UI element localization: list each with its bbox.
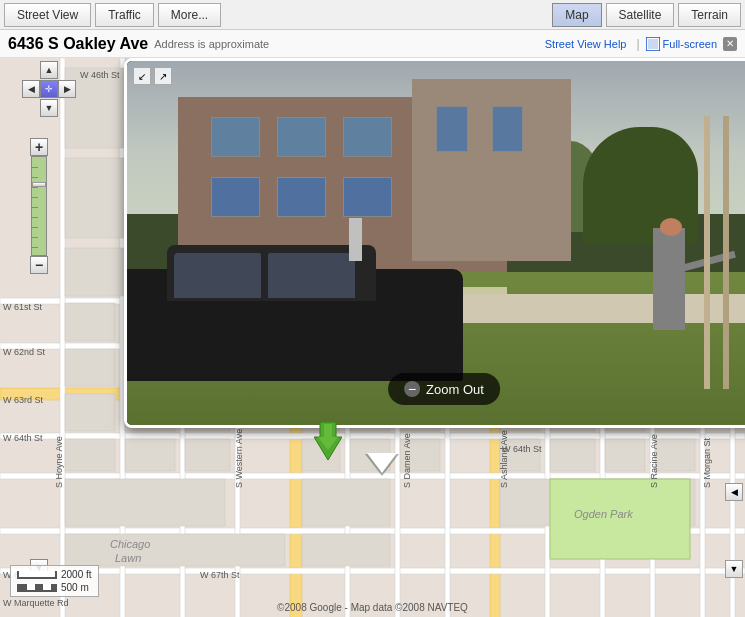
sv-person2 — [349, 218, 362, 262]
zoom-tick — [32, 197, 38, 198]
svg-text:Chicago: Chicago — [110, 538, 150, 550]
sv-person-head — [660, 218, 682, 236]
scale-bar-metric — [17, 584, 57, 592]
close-button[interactable]: ✕ — [723, 37, 737, 51]
zoom-tick — [32, 237, 38, 238]
zoom-controls: + − — [30, 138, 48, 274]
street-view-panel: ↙ ↗ − Zoom Out — [124, 58, 745, 428]
pan-down-button[interactable]: ▼ — [40, 99, 58, 117]
scale-500m: 500 m — [61, 582, 89, 593]
svg-text:Lawn: Lawn — [115, 552, 141, 564]
sv-window6 — [343, 177, 392, 217]
sv-pole — [704, 116, 710, 389]
street-address: 6436 S Oakley Ave — [8, 35, 148, 53]
pan-left-button[interactable]: ◀ — [22, 80, 40, 98]
zoom-slider-track[interactable] — [31, 156, 47, 256]
terrain-button[interactable]: Terrain — [678, 3, 741, 27]
svg-rect-53 — [65, 479, 225, 526]
sv-car-window-rear — [268, 253, 355, 298]
copyright-text: ©2008 Google - Map data ©2008 NAVTEQ — [277, 602, 468, 613]
fullscreen-link[interactable]: Full-screen — [663, 38, 717, 50]
sv-pole2 — [723, 116, 729, 389]
sv-window5 — [277, 177, 326, 217]
scale-2000ft: 2000 ft — [61, 569, 92, 580]
map-button[interactable]: Map — [552, 3, 601, 27]
address-bar: 6436 S Oakley Ave Address is approximate… — [0, 30, 745, 58]
sv-car-container — [127, 221, 463, 381]
svg-text:Ogden Park: Ogden Park — [574, 508, 633, 520]
satellite-button[interactable]: Satellite — [606, 3, 675, 27]
street-view-button[interactable]: Street View — [4, 3, 91, 27]
zoom-tick — [32, 167, 38, 168]
right-arrow-down[interactable]: ▼ — [725, 560, 743, 578]
scale-bar: 2000 ft 500 m — [10, 565, 99, 597]
sv-corner-buttons: ↙ ↗ — [133, 67, 172, 85]
sv-window1 — [211, 117, 260, 157]
svg-rect-11 — [0, 568, 745, 574]
sv-window2 — [277, 117, 326, 157]
left-panel: ▲ ◀ ✛ ▶ ▼ + — [0, 58, 62, 617]
svg-rect-54 — [302, 479, 390, 526]
sv-person-body — [653, 228, 685, 330]
fullscreen-container: Full-screen — [646, 37, 717, 51]
zoom-tick — [32, 177, 38, 178]
pan-up-button[interactable]: ▲ — [40, 61, 58, 79]
sv-contract-button[interactable]: ↙ — [133, 67, 151, 85]
sv-window8 — [492, 106, 524, 152]
sv-window4 — [211, 177, 260, 217]
map-pin-svg — [314, 422, 342, 460]
traffic-button[interactable]: Traffic — [95, 3, 154, 27]
svg-text:S Morgan St: S Morgan St — [702, 437, 712, 488]
more-button[interactable]: More... — [158, 3, 221, 27]
zoom-tick — [32, 217, 38, 218]
zoom-tick — [32, 227, 38, 228]
address-approximate: Address is approximate — [154, 38, 544, 50]
svg-rect-58 — [302, 534, 390, 566]
pan-center-button[interactable]: ✛ — [40, 80, 58, 98]
balloon-tail — [367, 453, 397, 473]
svg-text:W 67th St: W 67th St — [200, 570, 240, 580]
separator: | — [636, 37, 639, 51]
zoom-out-sv-button[interactable]: − Zoom Out — [388, 373, 500, 405]
right-arrow-mid5[interactable]: ◀ — [725, 483, 743, 501]
fullscreen-icon — [646, 37, 660, 51]
street-view-image: ↙ ↗ − Zoom Out — [127, 61, 745, 425]
sv-expand-button[interactable]: ↗ — [154, 67, 172, 85]
sv-car-window-front — [174, 253, 261, 298]
zoom-in-button[interactable]: + — [30, 138, 48, 156]
zoom-tick — [32, 247, 38, 248]
zoom-out-button[interactable]: − — [30, 256, 48, 274]
map-container[interactable]: W 61st St W 62nd St W 63rd St W 63rd St … — [0, 58, 745, 617]
toolbar: Street View Traffic More... Map Satellit… — [0, 0, 745, 30]
street-view-wrapper: ↙ ↗ − Zoom Out — [62, 58, 702, 453]
sv-window3 — [343, 117, 392, 157]
zoom-out-icon: − — [404, 381, 420, 397]
svg-rect-1 — [648, 39, 658, 49]
map-pin — [314, 422, 342, 460]
street-view-help-link[interactable]: Street View Help — [545, 38, 627, 50]
zoom-tick — [32, 187, 38, 188]
zoom-tick — [32, 207, 38, 208]
sv-window7 — [436, 106, 468, 152]
zoom-out-label: Zoom Out — [426, 382, 484, 397]
scale-bar-visual — [17, 571, 57, 579]
svg-rect-57 — [65, 534, 285, 566]
